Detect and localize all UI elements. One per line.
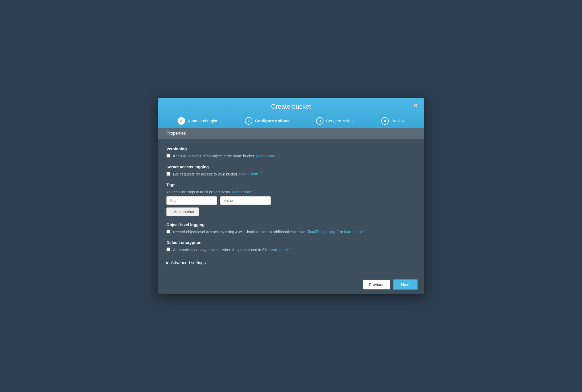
server-access-logging-section: Server access logging Log requests for a… xyxy=(166,165,416,176)
step-3-label: Set permissions xyxy=(326,119,355,123)
versioning-section: Versioning Keep all versions of an objec… xyxy=(166,146,416,158)
default-encryption-title: Default encryption xyxy=(166,240,416,245)
steps-row: ✓ Name and region 2 Configure options 3 … xyxy=(164,114,418,128)
versioning-learn-more-link[interactable]: Learn more ↗ xyxy=(256,154,278,158)
default-encryption-checkbox[interactable] xyxy=(166,247,170,251)
tag-key-input[interactable] xyxy=(166,196,217,205)
tags-description: You can use tags to track project costs.… xyxy=(166,189,416,194)
server-access-logging-learn-more-link[interactable]: Learn more ↗ xyxy=(239,172,261,176)
object-level-logging-external-icon: ↗ xyxy=(363,229,365,232)
properties-bar: Properties xyxy=(158,128,424,139)
step-3-circle: 3 xyxy=(316,117,323,125)
default-encryption-external-icon: ↗ xyxy=(289,247,291,250)
step-2-label: Configure options xyxy=(255,119,289,123)
default-encryption-learn-more-link[interactable]: Learn more ↗ xyxy=(269,248,291,252)
server-access-logging-checkbox[interactable] xyxy=(166,172,170,176)
server-access-logging-checkbox-row: Log requests for access to your bucket. … xyxy=(166,171,416,176)
versioning-checkbox-row: Keep all versions of an object in the sa… xyxy=(166,153,416,158)
object-level-logging-section: Object-level logging Record object-level… xyxy=(166,222,416,234)
step-4-circle: 4 xyxy=(381,117,389,125)
object-level-logging-learn-more-link[interactable]: learn more ↗ xyxy=(344,230,365,234)
tags-learn-more-link[interactable]: Learn more ↗ xyxy=(232,190,255,194)
step-set-permissions: 3 Set permissions xyxy=(316,117,355,125)
tag-value-input[interactable] xyxy=(220,196,271,205)
modal-title: Create bucket xyxy=(271,103,311,110)
modal-footer: Previous Next xyxy=(158,275,424,294)
cloudtrail-pricing-link[interactable]: CloudTrail pricing ↗ xyxy=(306,230,340,234)
object-level-logging-checkbox-row: Record object-level API activity using A… xyxy=(166,229,416,234)
tags-external-icon: ↗ xyxy=(252,189,255,192)
default-encryption-section: Default encryption Automatically encrypt… xyxy=(166,240,416,252)
versioning-checkbox[interactable] xyxy=(166,154,170,158)
versioning-title: Versioning xyxy=(166,146,416,151)
next-button[interactable]: Next xyxy=(393,279,418,290)
object-level-logging-checkbox[interactable] xyxy=(166,230,170,234)
versioning-label: Keep all versions of an object in the sa… xyxy=(173,153,279,158)
step-name-region: ✓ Name and region xyxy=(178,117,218,125)
properties-label: Properties xyxy=(166,131,186,136)
versioning-external-icon: ↗ xyxy=(276,153,279,156)
step-1-label: Name and region xyxy=(188,119,218,123)
step-1-circle: ✓ xyxy=(178,117,185,125)
modal-header: Create bucket ✕ ✓ Name and region 2 Conf… xyxy=(158,98,424,128)
tags-section: Tags You can use tags to track project c… xyxy=(166,182,416,216)
step-2-circle: 2 xyxy=(245,117,252,125)
advanced-settings-label: Advanced settings xyxy=(171,260,206,265)
close-button[interactable]: ✕ xyxy=(413,103,418,109)
advanced-settings-row[interactable]: ▶ Advanced settings xyxy=(166,258,416,267)
step-review: 4 Review xyxy=(381,117,404,125)
tags-title: Tags xyxy=(166,182,416,187)
step-configure-options: 2 Configure options xyxy=(245,117,289,125)
tags-inputs-row xyxy=(166,196,416,205)
chevron-right-icon: ▶ xyxy=(166,261,169,265)
modal-title-row: Create bucket ✕ xyxy=(164,103,418,114)
modal-body: Versioning Keep all versions of an objec… xyxy=(158,139,424,275)
step-4-label: Review xyxy=(391,119,404,123)
object-level-logging-title: Object-level logging xyxy=(166,222,416,227)
create-bucket-modal: Create bucket ✕ ✓ Name and region 2 Conf… xyxy=(158,98,424,294)
default-encryption-checkbox-row: Automatically encrypt objects when they … xyxy=(166,247,416,252)
cloudtrail-external-icon: ↗ xyxy=(336,229,339,232)
add-another-button[interactable]: + Add another xyxy=(166,207,199,216)
server-access-logging-title: Server access logging xyxy=(166,165,416,169)
previous-button[interactable]: Previous xyxy=(363,280,390,289)
server-access-logging-external-icon: ↗ xyxy=(259,171,262,174)
